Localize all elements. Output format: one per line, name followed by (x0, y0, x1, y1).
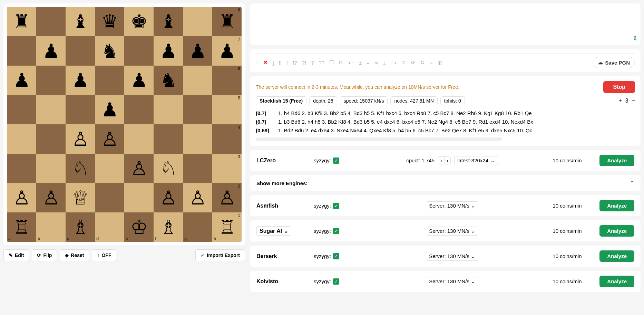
square-b6[interactable] (36, 66, 66, 95)
square-g4[interactable] (183, 124, 212, 154)
square-e6[interactable]: ♟ (124, 66, 154, 95)
piece[interactable]: ♙ (189, 188, 206, 208)
square-f7[interactable]: ♟ (154, 36, 183, 66)
square-a6[interactable]: ♟ (7, 66, 36, 95)
square-h8[interactable]: ♜8 (212, 7, 242, 36)
square-b3[interactable] (36, 154, 66, 183)
annotation-tool-13[interactable]: = (367, 60, 370, 66)
square-c8[interactable]: ♝ (66, 7, 95, 36)
piece[interactable]: ♖ (13, 218, 30, 237)
analyze-button[interactable]: Analyze (599, 225, 634, 237)
annotation-tool-6[interactable]: ?! (302, 60, 306, 66)
square-g1[interactable]: g (183, 212, 212, 242)
square-g2[interactable]: ♙ (183, 183, 212, 212)
pv-scrollbar[interactable] (256, 137, 502, 141)
analyze-button[interactable]: Analyze (599, 250, 634, 262)
flip-button[interactable]: ⟳ Flip (32, 249, 57, 261)
square-f6[interactable]: ♞ (154, 66, 183, 95)
syzygy-check[interactable]: ✓ (333, 158, 339, 164)
square-b4[interactable] (36, 124, 66, 154)
square-a7[interactable] (7, 36, 36, 66)
piece[interactable]: ♟ (101, 100, 118, 120)
piece[interactable]: ♕ (72, 188, 89, 208)
network-dropdown[interactable]: latest-320x24 ⌄ (454, 156, 498, 165)
square-f4[interactable] (154, 124, 183, 154)
square-a2[interactable]: ♙ (7, 183, 36, 212)
add-line-button[interactable]: + (618, 98, 622, 104)
server-dropdown[interactable]: Server: 130 MN/s ⌄ (426, 227, 478, 236)
square-d2[interactable] (95, 183, 124, 212)
edit-button[interactable]: ✎ Edit (3, 249, 29, 261)
piece[interactable]: ♔ (130, 218, 148, 237)
square-e7[interactable] (124, 36, 154, 66)
syzygy-check[interactable]: ✓ (333, 228, 339, 234)
piece[interactable]: ♗ (72, 218, 89, 237)
piece[interactable]: ♙ (130, 159, 148, 178)
piece[interactable]: ♟ (160, 41, 177, 61)
server-dropdown[interactable]: Server: 130 MN/s ⌄ (426, 201, 478, 210)
remove-line-button[interactable]: − (632, 98, 635, 104)
piece[interactable]: ♙ (13, 188, 30, 208)
square-e4[interactable] (124, 124, 154, 154)
piece[interactable]: ♙ (72, 130, 89, 149)
sound-button[interactable]: ♪ OFF (92, 249, 116, 261)
square-d1[interactable]: d (95, 212, 124, 242)
piece[interactable]: ♟ (189, 41, 206, 61)
square-h6[interactable]: 6 (212, 66, 242, 95)
server-dropdown[interactable]: Server: 130 MN/s ⌄ (426, 252, 478, 261)
piece[interactable]: ♟ (72, 71, 89, 90)
pgn-area[interactable]: ⇕ (250, 3, 641, 45)
square-d4[interactable]: ♙ (95, 124, 124, 154)
square-g5[interactable] (183, 95, 212, 124)
piece[interactable]: ♟ (42, 41, 60, 61)
annotation-tool-18[interactable]: ⟳ (411, 59, 416, 66)
square-d6[interactable] (95, 66, 124, 95)
annotation-tool-17[interactable]: ∓ (402, 59, 406, 66)
analyze-button[interactable]: Analyze (599, 155, 634, 166)
annotation-tool-8[interactable]: ?? (319, 60, 325, 66)
piece[interactable]: ♗ (160, 218, 177, 237)
annotation-tool-9[interactable]: ☐ (329, 59, 334, 66)
square-a5[interactable] (7, 95, 36, 124)
square-a4[interactable] (7, 124, 36, 154)
piece[interactable]: ♝ (72, 12, 89, 31)
square-g7[interactable]: ♟ (183, 36, 212, 66)
square-c6[interactable]: ♟ (66, 66, 95, 95)
square-d7[interactable]: ♞ (95, 36, 124, 66)
show-more-engines[interactable]: Show more Engines: ⌃ (250, 175, 641, 191)
square-c2[interactable]: ♕ (66, 183, 95, 212)
square-d5[interactable]: ♟ (95, 95, 124, 124)
square-h4[interactable]: 4 (212, 124, 242, 154)
save-pgn-button[interactable]: ☁ Save PGN (593, 57, 635, 68)
analyze-button[interactable]: Analyze (599, 200, 634, 211)
square-a3[interactable] (7, 154, 36, 183)
annotation-tool-1[interactable]: ✖ (263, 59, 268, 66)
square-e1[interactable]: ♔e (124, 212, 154, 242)
square-e3[interactable]: ♙ (124, 154, 154, 183)
piece[interactable]: ♟ (130, 71, 148, 90)
piece[interactable]: ♟ (13, 71, 30, 90)
pv-line-0[interactable]: (0.7)1. h4 Bd6 2. b3 Kf8 3. Bb2 b5 4. Bd… (256, 109, 635, 117)
square-b8[interactable] (36, 7, 66, 36)
square-e2[interactable] (124, 183, 154, 212)
square-d8[interactable]: ♛ (95, 7, 124, 36)
square-h3[interactable]: 3 (212, 154, 242, 183)
piece[interactable]: ♘ (160, 159, 177, 178)
square-g6[interactable] (183, 66, 212, 95)
engine-name-dropdown[interactable]: Sugar AI ⌄ (256, 226, 291, 236)
square-f2[interactable]: ♙ (154, 183, 183, 212)
square-f3[interactable]: ♘ (154, 154, 183, 183)
square-d3[interactable] (95, 154, 124, 183)
piece[interactable]: ♚ (130, 12, 148, 31)
syzygy-check[interactable]: ✓ (333, 253, 339, 259)
square-g8[interactable] (183, 7, 212, 36)
square-c7[interactable] (66, 36, 95, 66)
square-e5[interactable] (124, 95, 154, 124)
piece[interactable]: ♙ (42, 188, 60, 208)
square-g3[interactable] (183, 154, 212, 183)
annotation-tool-19[interactable]: ↻ (420, 59, 425, 66)
square-c5[interactable] (66, 95, 95, 124)
piece[interactable]: ♙ (218, 188, 236, 208)
square-e8[interactable]: ♚ (124, 7, 154, 36)
square-c1[interactable]: ♗c (66, 212, 95, 242)
